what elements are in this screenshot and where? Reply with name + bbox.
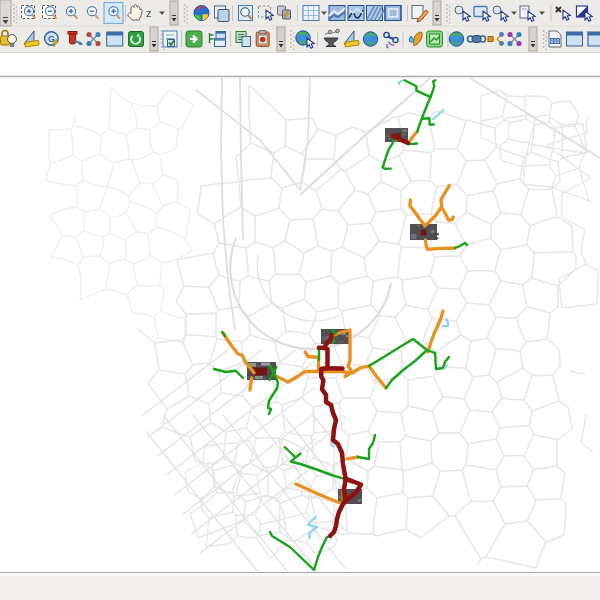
svg-text:010: 010 [550, 39, 559, 45]
svg-text:z: z [146, 7, 152, 19]
